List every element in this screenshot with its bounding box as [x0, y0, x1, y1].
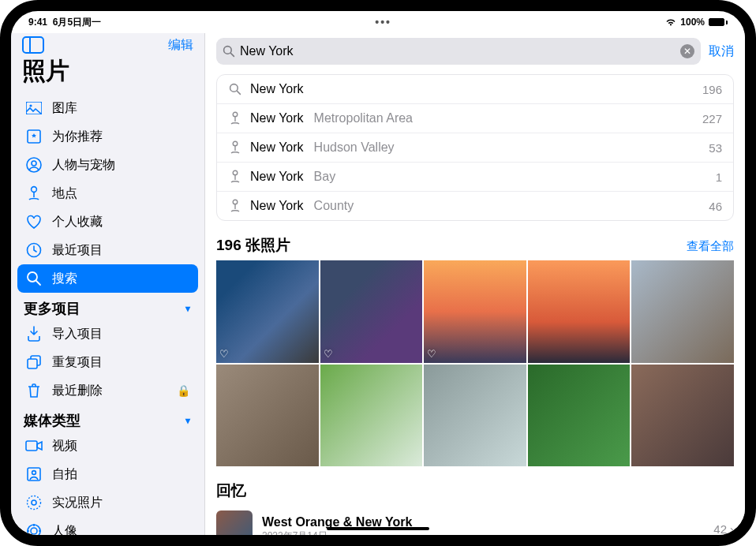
status-bar: 9:41 6月5日周一 ••• 100% — [11, 11, 745, 33]
sidebar-item-label: 导入项目 — [52, 326, 103, 342]
photo-thumbnail[interactable] — [528, 260, 631, 363]
sidebar-item-label: 人像 — [52, 523, 77, 536]
search-input[interactable] — [240, 44, 676, 58]
chevron-right-icon: › — [730, 522, 734, 535]
sidebar-item-foryou[interactable]: 为你推荐 — [17, 122, 198, 151]
svg-point-6 — [32, 161, 36, 166]
people-icon — [25, 156, 43, 174]
pin-icon — [228, 111, 242, 125]
svg-rect-13 — [26, 441, 37, 451]
svg-point-19 — [31, 528, 37, 534]
favorite-icon: ♡ — [324, 348, 333, 360]
clock-icon — [25, 241, 43, 259]
svg-point-16 — [32, 500, 36, 505]
photo-thumbnail[interactable] — [631, 260, 734, 363]
sidebar-item-label: 最近删除 — [52, 383, 103, 399]
search-icon — [25, 270, 43, 287]
search-icon — [223, 45, 235, 58]
suggestion-row[interactable]: New YorkMetropolitan Area 227 — [217, 104, 733, 133]
foryou-icon — [25, 128, 43, 145]
lock-icon: 🔒 — [177, 384, 190, 397]
pin-icon — [228, 140, 242, 155]
search-suggestions: New York 196 New YorkMetropolitan Area 2… — [216, 74, 734, 221]
svg-point-17 — [28, 496, 41, 510]
wifi-icon — [665, 18, 676, 26]
pin-icon — [25, 185, 43, 202]
suggestion-row[interactable]: New YorkHudson Valley 53 — [217, 133, 733, 163]
memory-thumbnail — [216, 510, 253, 535]
sidebar-item-label: 搜索 — [52, 271, 77, 287]
livephoto-icon — [25, 494, 43, 511]
sidebar-item-library[interactable]: 图库 — [17, 94, 198, 122]
sidebar-item-deleted[interactable]: 最近删除 🔒 — [17, 376, 198, 405]
main-area: ✕ 取消 New York 196 New YorkMetropolitan — [205, 33, 745, 535]
sidebar-item-duplicates[interactable]: 重复项目 — [17, 348, 198, 376]
selfie-icon — [25, 466, 43, 483]
suggestion-row[interactable]: New York 196 — [217, 75, 733, 104]
photo-grid: ♡ ♡ ♡ — [205, 260, 745, 466]
sidebar-item-live[interactable]: 实况照片 — [17, 488, 198, 517]
sidebar-item-search[interactable]: 搜索 — [17, 264, 198, 293]
svg-point-10 — [28, 272, 37, 282]
pin-icon — [228, 199, 242, 213]
sidebar-item-recents[interactable]: 最近项目 — [17, 236, 198, 264]
sidebar-item-label: 重复项目 — [52, 354, 103, 371]
section-more[interactable]: 更多项目 ▾ — [17, 293, 198, 320]
suggestion-row[interactable]: New YorkBay 1 — [217, 163, 733, 192]
photo-thumbnail[interactable]: ♡ — [320, 260, 423, 363]
trash-icon — [25, 382, 43, 399]
sidebar-item-videos[interactable]: 视频 — [17, 432, 198, 460]
sidebar-item-label: 图库 — [52, 100, 77, 117]
home-indicator[interactable] — [327, 527, 429, 530]
svg-point-34 — [233, 200, 238, 204]
portrait-icon — [25, 522, 43, 535]
photo-thumbnail[interactable]: ♡ — [424, 260, 526, 363]
sidebar-item-portrait[interactable]: 人像 — [17, 517, 198, 535]
chevron-down-icon: ▾ — [185, 415, 190, 426]
section-media[interactable]: 媒体类型 ▾ — [17, 405, 198, 432]
see-all-button[interactable]: 查看全部 — [687, 239, 734, 254]
photo-thumbnail[interactable] — [631, 365, 734, 467]
sidebar-item-places[interactable]: 地点 — [17, 179, 198, 208]
multitask-dots[interactable]: ••• — [375, 16, 391, 28]
svg-line-27 — [237, 91, 240, 94]
sidebar-item-imports[interactable]: 导入项目 — [17, 320, 198, 348]
photo-thumbnail[interactable]: ♡ — [216, 260, 319, 363]
chevron-down-icon: ▾ — [185, 303, 190, 314]
edit-button[interactable]: 编辑 — [168, 37, 193, 54]
suggestion-row[interactable]: New YorkCounty 46 — [217, 192, 733, 220]
svg-rect-0 — [23, 37, 43, 53]
svg-point-15 — [32, 471, 36, 475]
svg-point-7 — [32, 187, 37, 193]
battery-icon — [709, 18, 728, 26]
search-field[interactable]: ✕ — [216, 38, 701, 65]
svg-line-11 — [36, 281, 40, 285]
memory-count: 42 — [713, 522, 727, 535]
sidebar-item-label: 实况照片 — [52, 495, 103, 511]
sidebar-item-label: 地点 — [52, 185, 77, 202]
memory-row[interactable]: West Orange & New York 2022年7月14日 42 › — [205, 506, 745, 535]
sidebar-item-label: 最近项目 — [52, 242, 103, 259]
svg-point-28 — [233, 112, 238, 117]
sidebar: 编辑 照片 图库 为你推荐 人物与宠物 — [11, 33, 205, 535]
photo-thumbnail[interactable] — [216, 365, 319, 467]
sidebar-item-label: 为你推荐 — [52, 129, 103, 145]
sidebar-item-people[interactable]: 人物与宠物 — [17, 151, 198, 179]
clear-search-button[interactable]: ✕ — [680, 44, 694, 58]
status-date: 6月5日周一 — [53, 17, 101, 28]
sidebar-item-selfies[interactable]: 自拍 — [17, 460, 198, 488]
video-icon — [25, 437, 43, 454]
svg-point-26 — [230, 84, 238, 92]
sidebar-title: 照片 — [11, 55, 204, 94]
status-time: 9:41 — [28, 17, 47, 28]
duplicate-icon — [25, 353, 43, 371]
photo-thumbnail[interactable] — [320, 365, 423, 467]
photo-thumbnail[interactable] — [424, 365, 526, 467]
photo-thumbnail[interactable] — [528, 365, 631, 467]
favorite-icon: ♡ — [427, 348, 436, 360]
cancel-button[interactable]: 取消 — [709, 43, 734, 60]
sidebar-item-label: 个人收藏 — [52, 214, 103, 230]
memories-heading: 回忆 — [205, 466, 745, 506]
sidebar-item-favorites[interactable]: 个人收藏 — [17, 208, 198, 236]
sidebar-toggle-icon[interactable] — [22, 36, 44, 54]
